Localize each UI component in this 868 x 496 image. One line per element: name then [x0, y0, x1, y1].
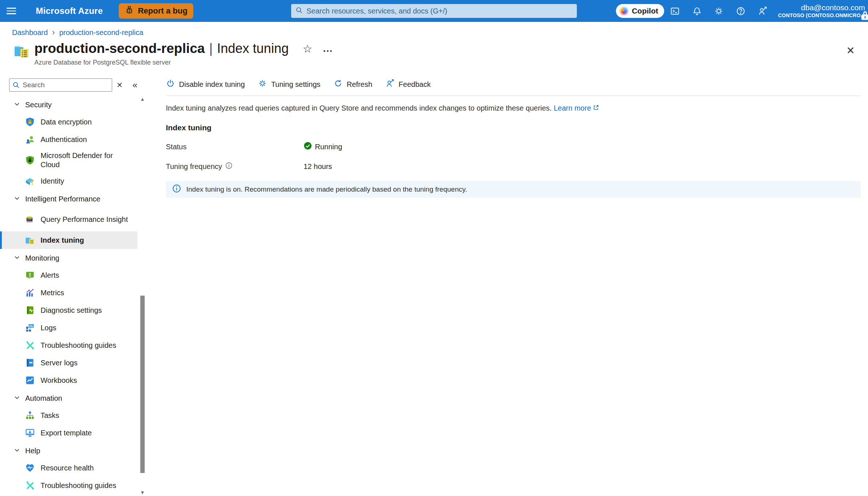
success-check-icon [304, 142, 312, 152]
tuning-settings-button[interactable]: Tuning settings [258, 79, 320, 90]
sidebar-item-metrics[interactable]: Metrics [0, 284, 137, 301]
search-icon [12, 81, 20, 90]
sidebar-scrollbar: ▲ ▼ [140, 96, 145, 495]
tasks-icon [25, 410, 35, 420]
breadcrumb-dashboard[interactable]: Dashboard [12, 28, 48, 37]
troubleshooting-guides-icon [25, 480, 35, 491]
troubleshooting-guides-icon [25, 340, 35, 350]
chevron-down-icon [14, 395, 20, 402]
sidebar-item-query-performance-insight[interactable]: Query Performance Insight [0, 207, 137, 231]
sidebar-item-resource-health[interactable]: Resource health [0, 459, 137, 477]
copilot-button[interactable]: Copilot [616, 4, 664, 18]
close-icon[interactable]: ✕ [846, 45, 855, 57]
sidebar-item-workbooks[interactable]: Workbooks [0, 372, 137, 389]
breadcrumb-resource[interactable]: production-second-replica [59, 28, 143, 37]
feedback-icon[interactable] [752, 0, 774, 22]
azure-logo-text[interactable]: Microsoft Azure [36, 6, 103, 16]
index-tuning-blade: Disable index tuning Tuning settings [146, 73, 868, 496]
tuning-frequency-value: 12 hours [304, 162, 332, 171]
page-title-section: Index tuning [217, 41, 289, 56]
sidebar-nav: Security Data encryption [0, 96, 137, 494]
chevron-down-icon [14, 254, 20, 262]
scroll-down-icon[interactable]: ▼ [140, 490, 145, 495]
sidebar-search-input[interactable] [9, 78, 112, 92]
sidebar-item-identity[interactable]: Identity [0, 172, 137, 190]
search-icon [296, 7, 303, 15]
breadcrumb: Dashboard › production-second-replica [0, 22, 868, 37]
settings-gear-icon[interactable] [708, 0, 730, 22]
sidebar-section-automation[interactable]: Automation [0, 390, 137, 407]
sidebar-item-defender-for-cloud[interactable]: Microsoft Defender for Cloud [0, 148, 137, 172]
copilot-icon [620, 7, 628, 15]
sidebar-item-troubleshooting-guides[interactable]: Troubleshooting guides [0, 337, 137, 354]
account-tenant: CONTOSO (CONTOSO.ONMICRO... [778, 12, 865, 19]
sidebar-section-intelligent-performance[interactable]: Intelligent Performance [0, 191, 137, 207]
hamburger-menu-icon[interactable] [0, 0, 23, 22]
postgresql-server-icon [13, 42, 30, 59]
more-options-icon[interactable]: … [323, 43, 334, 54]
lock-icon [860, 10, 868, 22]
sidebar-section-monitoring[interactable]: Monitoring [0, 250, 137, 266]
info-banner-text: Index tuning is on. Recommendations are … [186, 185, 467, 193]
global-search-input[interactable] [307, 7, 572, 15]
sidebar-item-index-tuning[interactable]: Index tuning [0, 231, 137, 249]
top-bar: Microsoft Azure Report a bug Copilot [0, 0, 868, 22]
external-link-icon [593, 104, 599, 112]
resource-menu: ✕ « Security Data encryption [0, 73, 146, 496]
chevron-down-icon [14, 447, 20, 455]
feedback-button[interactable]: Feedback [385, 79, 431, 90]
section-title: Index tuning [166, 123, 861, 132]
sidebar-item-data-encryption[interactable]: Data encryption [0, 113, 137, 131]
help-icon[interactable] [730, 0, 752, 22]
favorite-star-icon[interactable]: ☆ [302, 42, 312, 55]
report-bug-button[interactable]: Report a bug [119, 3, 193, 19]
bug-icon [125, 5, 134, 17]
sidebar-item-diagnostic-settings[interactable]: Diagnostic settings [0, 301, 137, 319]
workbooks-icon [25, 375, 35, 385]
cloud-shell-icon[interactable] [664, 0, 686, 22]
sidebar-search[interactable] [9, 78, 112, 92]
page-subtitle: Azure Database for PostgreSQL flexible s… [34, 59, 334, 66]
alerts-icon [25, 270, 35, 280]
sidebar-item-tasks[interactable]: Tasks [0, 407, 137, 424]
tuning-frequency-label: Tuning frequency [166, 162, 222, 171]
resource-health-icon [25, 463, 35, 473]
status-row: Status Running [166, 142, 861, 152]
global-search[interactable] [291, 4, 577, 18]
defender-for-cloud-icon [25, 155, 35, 165]
scroll-up-icon[interactable]: ▲ [140, 96, 145, 102]
learn-more-link[interactable]: Learn more [554, 104, 599, 112]
power-icon [166, 79, 175, 90]
account-info[interactable]: dba@contoso.com CONTOSO (CONTOSO.ONMICRO… [778, 3, 865, 19]
page-title: production-second-replica [34, 41, 205, 56]
sidebar-section-security[interactable]: Security [0, 96, 137, 113]
sidebar-item-logs[interactable]: Logs [0, 319, 137, 337]
clear-search-icon[interactable]: ✕ [117, 81, 123, 89]
disable-index-tuning-button[interactable]: Disable index tuning [166, 79, 245, 90]
logs-icon [25, 323, 35, 333]
sidebar-item-server-logs[interactable]: Server logs [0, 354, 137, 372]
scrollbar-thumb[interactable] [140, 296, 145, 473]
data-encryption-icon [25, 117, 35, 127]
query-performance-insight-icon [25, 214, 35, 224]
index-tuning-icon [25, 235, 35, 245]
server-logs-icon [25, 358, 35, 368]
status-label: Status [166, 143, 304, 151]
sidebar-item-authentication[interactable]: Authentication [0, 131, 137, 148]
sidebar-item-troubleshooting-guides-help[interactable]: Troubleshooting guides [0, 477, 137, 494]
sidebar-item-export-template[interactable]: Export template [0, 424, 137, 442]
collapse-menu-icon[interactable]: « [133, 80, 137, 90]
info-banner: Index tuning is on. Recommendations are … [166, 181, 861, 198]
sidebar-item-alerts[interactable]: Alerts [0, 266, 137, 284]
refresh-button[interactable]: Refresh [334, 79, 372, 90]
info-icon[interactable] [225, 162, 232, 171]
breadcrumb-separator-icon: › [52, 28, 55, 37]
chevron-down-icon [14, 101, 20, 109]
notifications-bell-icon[interactable] [686, 0, 708, 22]
gear-icon [258, 79, 267, 90]
chevron-down-icon [14, 195, 20, 203]
sidebar-section-help[interactable]: Help [0, 442, 137, 459]
diagnostic-settings-icon [25, 305, 35, 315]
account-email: dba@contoso.com [778, 3, 865, 12]
identity-icon [25, 176, 35, 186]
